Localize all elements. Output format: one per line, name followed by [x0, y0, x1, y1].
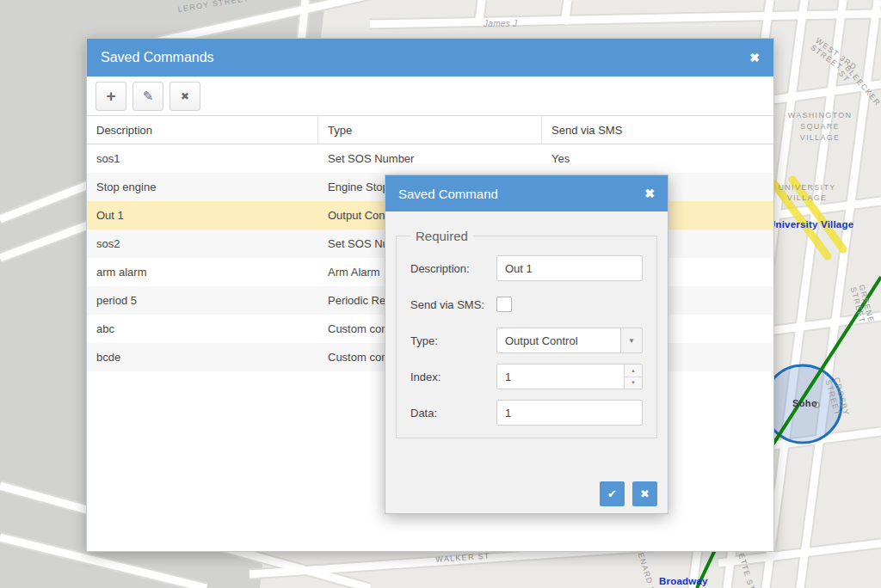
commands-toolbar: + ✎ ✖ — [87, 77, 773, 115]
spinner-up-button[interactable]: ▲ — [625, 364, 642, 377]
close-icon[interactable]: ✖ — [644, 187, 655, 199]
plus-icon: + — [106, 87, 115, 106]
column-header-type[interactable]: Type — [318, 116, 542, 144]
close-icon[interactable]: ✖ — [749, 52, 760, 64]
send-sms-checkbox[interactable] — [496, 297, 512, 312]
chevron-up-icon: ▲ — [631, 368, 636, 373]
cell-description: Out 1 — [87, 209, 318, 222]
data-label: Data: — [410, 407, 496, 420]
cell-description: Stop engine — [87, 181, 318, 193]
cell-description: sos2 — [87, 237, 318, 250]
cell-description: period 5 — [87, 294, 318, 307]
cell-description: sos1 — [87, 152, 318, 165]
poi-marker — [814, 402, 819, 407]
dialog-title: Saved Command — [398, 187, 644, 201]
cell-description: bcde — [87, 351, 318, 364]
dialog-toolbar: ✔ ✖ — [385, 472, 668, 515]
type-select[interactable]: Output Control ▼ — [496, 328, 643, 353]
type-select-value: Output Control — [497, 328, 620, 352]
table-row[interactable]: sos1 Set SOS Number Yes — [87, 144, 773, 173]
spinner-down-button[interactable]: ▼ — [625, 377, 642, 389]
cell-description: abc — [87, 322, 318, 335]
index-stepper: ▲ ▼ — [496, 364, 643, 389]
close-icon: ✖ — [640, 487, 650, 500]
description-input[interactable] — [496, 255, 643, 281]
pencil-icon: ✎ — [143, 89, 154, 104]
fieldset-legend: Required — [410, 229, 473, 243]
chevron-down-icon: ▼ — [628, 337, 635, 345]
remove-icon: ✖ — [181, 90, 189, 102]
data-input[interactable] — [496, 400, 643, 426]
dialog-body: Required Description: Send via SMS: Type… — [385, 211, 668, 515]
chevron-down-icon: ▼ — [631, 380, 636, 385]
cell-sms: Yes — [542, 152, 773, 165]
dropdown-trigger[interactable]: ▼ — [620, 328, 642, 352]
description-label: Description: — [410, 262, 496, 275]
required-fieldset: Required Description: Send via SMS: Type… — [396, 229, 657, 438]
index-label: Index: — [410, 371, 496, 383]
index-input[interactable] — [497, 364, 624, 389]
check-icon: ✔ — [607, 487, 617, 500]
grid-header: Description Type Send via SMS — [87, 115, 773, 144]
cell-description: arm alarm — [87, 266, 318, 279]
confirm-button[interactable]: ✔ — [600, 481, 625, 506]
index-field-row: Index: ▲ ▼ — [410, 364, 643, 389]
add-command-button[interactable]: + — [95, 82, 126, 111]
sms-field-row: Send via SMS: — [410, 291, 643, 317]
remove-command-button[interactable]: ✖ — [169, 82, 200, 111]
column-header-description[interactable]: Description — [87, 116, 318, 144]
window-header[interactable]: Saved Commands ✖ — [87, 39, 773, 77]
column-header-sms[interactable]: Send via SMS — [542, 116, 773, 144]
dialog-header[interactable]: Saved Command ✖ — [385, 175, 668, 211]
data-field-row: Data: — [410, 400, 643, 426]
saved-command-dialog: Saved Command ✖ Required Description: Se… — [385, 175, 668, 514]
type-label: Type: — [410, 334, 496, 347]
description-field-row: Description: — [410, 255, 643, 281]
cell-type: Set SOS Number — [318, 152, 542, 165]
cancel-button[interactable]: ✖ — [632, 481, 657, 506]
stepper-triggers: ▲ ▼ — [624, 364, 642, 389]
edit-command-button[interactable]: ✎ — [132, 82, 163, 111]
geofence-circle — [764, 365, 841, 443]
type-field-row: Type: Output Control ▼ — [410, 328, 643, 353]
sms-label: Send via SMS: — [410, 298, 496, 311]
window-title: Saved Commands — [101, 50, 749, 65]
